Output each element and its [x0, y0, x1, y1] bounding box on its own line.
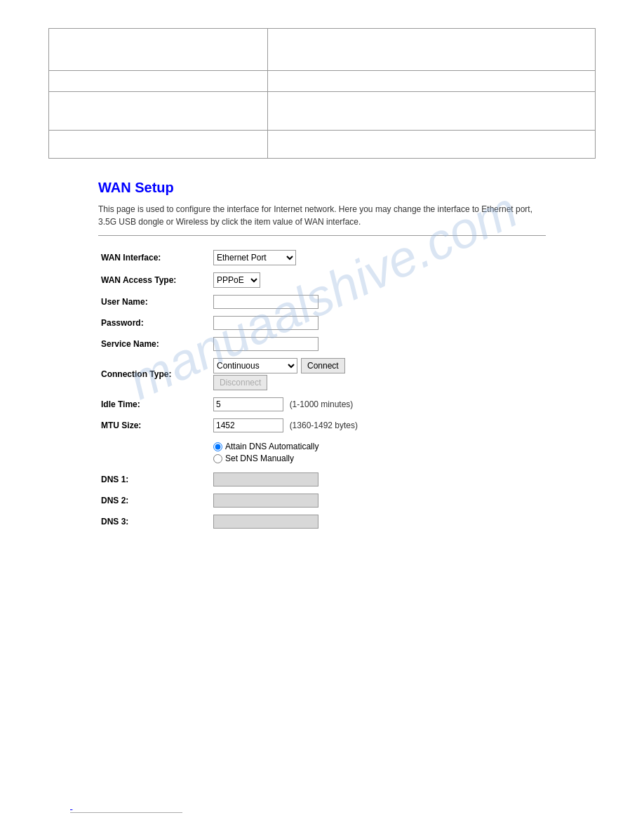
wan-interface-label: WAN Interface: [98, 246, 210, 269]
dns2-input[interactable] [213, 494, 318, 508]
wan-setup-section: WAN Setup This page is used to configure… [98, 180, 546, 532]
user-name-label: User Name: [98, 291, 210, 312]
divider [98, 235, 546, 236]
dns3-label: DNS 3: [98, 511, 210, 532]
table-row [49, 131, 268, 159]
top-table [48, 28, 596, 159]
disconnect-button[interactable]: Disconnect [213, 375, 267, 390]
table-row [267, 131, 595, 159]
connection-type-row1: Continuous Connect on Demand Manual Conn… [213, 358, 543, 373]
connection-type-select[interactable]: Continuous Connect on Demand Manual [213, 358, 297, 373]
dns1-label: DNS 1: [98, 469, 210, 490]
service-name-label: Service Name: [98, 333, 210, 355]
connection-type-label: Connection Type: [98, 355, 210, 394]
connection-type-container: Continuous Connect on Demand Manual Conn… [213, 358, 543, 390]
set-dns-label: Set DNS Manually [225, 454, 294, 463]
table-row [49, 71, 268, 92]
form-table: WAN Interface: Ethernet Port 3.5G USB Do… [98, 246, 546, 532]
service-name-input[interactable] [213, 337, 318, 351]
table-row [267, 71, 595, 92]
table-row [49, 92, 268, 131]
wan-interface-value: Ethernet Port 3.5G USB Dongle Wireless [210, 246, 546, 269]
mtu-size-hint: (1360-1492 bytes) [290, 421, 358, 430]
password-label: Password: [98, 312, 210, 333]
page-title: WAN Setup [98, 180, 546, 196]
user-name-input[interactable] [213, 295, 318, 309]
dns1-input[interactable] [213, 472, 318, 486]
dns3-input[interactable] [213, 515, 318, 529]
idle-time-label: Idle Time: [98, 394, 210, 415]
set-dns-row: Set DNS Manually [213, 454, 543, 463]
attain-dns-radio[interactable] [213, 442, 222, 451]
table-row [267, 92, 595, 131]
password-input[interactable] [213, 316, 318, 330]
bottom-link [70, 801, 182, 813]
connect-button[interactable]: Connect [301, 358, 345, 373]
wan-access-type-select[interactable]: PPPoE DHCP Static IP [213, 272, 260, 288]
connection-type-row2: Disconnect [213, 375, 543, 390]
set-dns-radio[interactable] [213, 454, 222, 463]
wan-access-type-value: PPPoE DHCP Static IP [210, 269, 546, 291]
wan-interface-select[interactable]: Ethernet Port 3.5G USB Dongle Wireless [213, 250, 296, 265]
attain-dns-row: Attain DNS Automatically [213, 442, 543, 451]
mtu-size-label: MTU Size: [98, 415, 210, 436]
idle-time-input[interactable] [213, 397, 283, 411]
page-description: This page is used to configure the inter… [98, 203, 546, 228]
wan-access-type-label: WAN Access Type: [98, 269, 210, 291]
attain-dns-label: Attain DNS Automatically [225, 442, 318, 451]
dns2-label: DNS 2: [98, 490, 210, 511]
table-row [49, 29, 268, 71]
idle-time-hint: (1-1000 minutes) [290, 399, 354, 409]
mtu-size-input[interactable] [213, 418, 283, 432]
table-row [267, 29, 595, 71]
